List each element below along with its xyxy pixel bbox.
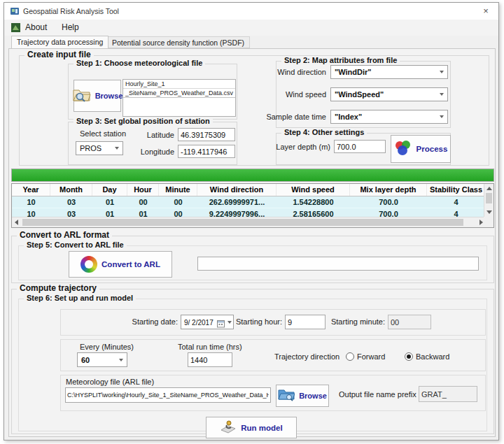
met-file-display[interactable]: Hourly_Site_1 _SiteName_PROS_Weather_Dat…: [122, 79, 236, 117]
sample-date-label: Sample date time: [258, 113, 326, 121]
convert-arl-title: Convert to ARL format: [17, 230, 112, 240]
wind-speed-label: Wind speed: [258, 90, 326, 99]
met-arl-file-field[interactable]: [65, 387, 271, 403]
tab-page: Create input file Step 1: Choose meteoro…: [8, 48, 496, 437]
chevron-down-icon: [119, 359, 123, 361]
starting-date-label: Starting date:: [108, 317, 178, 326]
latitude-label: Latitude: [120, 131, 174, 139]
run-model-button[interactable]: Run model: [206, 417, 297, 438]
total-run-time-field[interactable]: [188, 352, 232, 367]
processing-progress-bar: [11, 169, 494, 182]
app-icon: [10, 6, 20, 19]
progress-fill: [12, 169, 493, 181]
horizontal-scrollbar[interactable]: [12, 217, 485, 227]
cell: 00: [159, 196, 197, 208]
convert-to-arl-button[interactable]: Convert to ARL: [69, 251, 172, 278]
sample-date-value: "Index": [335, 113, 362, 121]
menu-about-label: About: [25, 22, 47, 32]
tab-strip: Trajectory data processing Potential sou…: [4, 36, 498, 48]
wind-direction-label: Wind direction: [258, 68, 326, 76]
compute-trajectory-title: Compute trajectory: [17, 283, 99, 293]
horizontal-scroll-thumb[interactable]: [22, 219, 463, 226]
chevron-down-icon: [440, 93, 444, 96]
browse-arl-label: Browse: [299, 392, 327, 400]
chevron-down-icon: [440, 115, 444, 118]
col-wind-speed[interactable]: Wind speed: [276, 184, 350, 196]
output-prefix-field[interactable]: [419, 386, 477, 402]
starting-minute-field[interactable]: [388, 315, 431, 329]
weather-data-table: Year Month Day Hour Minute Wind directio…: [11, 183, 494, 228]
browse-met-file-label: Browse: [95, 92, 123, 100]
menu-bar: About Help: [4, 20, 498, 36]
browse-arl-button[interactable]: Browse: [276, 385, 329, 407]
color-wheel-icon: [80, 256, 97, 273]
station-select[interactable]: PROS: [76, 141, 123, 155]
every-minutes-value: 60: [81, 356, 90, 364]
menu-help[interactable]: Help: [57, 20, 83, 36]
cell: 03: [50, 196, 92, 208]
forward-radio[interactable]: [346, 352, 354, 361]
browse-met-file-button[interactable]: Browse: [74, 80, 121, 112]
vertical-scroll-thumb[interactable]: [486, 193, 492, 203]
rgb-circles-icon: [394, 139, 412, 159]
col-stability-class[interactable]: Stability Class: [427, 184, 485, 196]
latitude-field[interactable]: [178, 128, 235, 141]
arl-progress-bar: [197, 257, 479, 271]
cell: 700.0: [350, 196, 427, 208]
tab-psdf[interactable]: Potential source density function (PSDF): [106, 36, 250, 48]
col-wind-direction[interactable]: Wind direction: [197, 184, 276, 196]
col-year[interactable]: Year: [12, 184, 50, 196]
col-mix-layer-depth[interactable]: Mix layer depth: [350, 184, 427, 196]
menu-about[interactable]: About: [21, 20, 51, 36]
close-button[interactable]: ×: [473, 3, 498, 20]
forward-label[interactable]: Forward: [357, 352, 385, 361]
cell: 1.54228800: [276, 196, 350, 208]
longitude-label: Longitude: [120, 148, 174, 156]
wind-direction-select[interactable]: "WindDir": [330, 65, 448, 79]
met-arl-file-label: Meteorology file (ARL file): [66, 378, 154, 386]
starting-minute-label: Starting minute:: [315, 317, 385, 326]
table-header-row: Year Month Day Hour Minute Wind directio…: [12, 184, 493, 196]
layer-depth-field[interactable]: [334, 140, 386, 153]
chevron-down-icon: [115, 147, 119, 150]
total-run-time-label: Total run time (hrs): [178, 343, 242, 351]
col-minute[interactable]: Minute: [159, 184, 197, 196]
process-label: Process: [416, 145, 448, 153]
backward-radio[interactable]: [405, 352, 413, 361]
window-title: Geospatial Risk Analysis Tool: [23, 7, 119, 15]
step1-title: Step 1: Choose meteorological file: [74, 59, 205, 67]
convert-to-arl-label: Convert to ARL: [102, 260, 160, 268]
cell: 262.69999971...: [197, 196, 276, 208]
about-icon: [11, 22, 20, 35]
scroll-down-icon[interactable]: [486, 210, 492, 214]
chevron-down-icon: [440, 71, 444, 73]
col-hour[interactable]: Hour: [127, 184, 159, 196]
cell: 00: [127, 196, 159, 208]
every-minutes-select[interactable]: 60: [77, 352, 127, 367]
met-file-line2: _SiteName_PROS_Weather_Data.csv: [123, 89, 235, 98]
station-value: PROS: [80, 144, 102, 152]
trajectory-direction-label: Trajectory direction: [274, 352, 340, 361]
scroll-left-icon[interactable]: [15, 220, 18, 225]
process-button[interactable]: Process: [391, 135, 451, 163]
backward-label[interactable]: Backward: [416, 352, 449, 361]
cell: 01: [92, 196, 127, 208]
vertical-scrollbar[interactable]: [484, 184, 493, 217]
wind-speed-select[interactable]: "WindSpeed": [330, 87, 448, 101]
col-month[interactable]: Month: [50, 184, 92, 196]
layer-depth-label: Layer depth (m): [262, 143, 330, 151]
longitude-field[interactable]: [178, 145, 235, 158]
blue-folder-search-icon: [278, 387, 295, 404]
scroll-up-icon[interactable]: [486, 187, 492, 190]
tab-trajectory-data-processing[interactable]: Trajectory data processing: [11, 36, 108, 48]
every-minutes-label: Every (Minutes): [80, 343, 134, 351]
scroll-right-icon[interactable]: [479, 220, 483, 225]
folder-search-icon: [72, 87, 91, 106]
cell: 4: [427, 196, 485, 208]
run-model-icon: [220, 419, 237, 437]
table-row[interactable]: 10 03 01 00 00 262.69999971... 1.5422880…: [12, 196, 493, 208]
sample-date-select[interactable]: "Index": [330, 110, 448, 124]
starting-date-value: 9/ 2/2017: [184, 318, 214, 326]
title-bar: Geospatial Risk Analysis Tool ×: [4, 3, 498, 20]
col-day[interactable]: Day: [92, 184, 127, 196]
